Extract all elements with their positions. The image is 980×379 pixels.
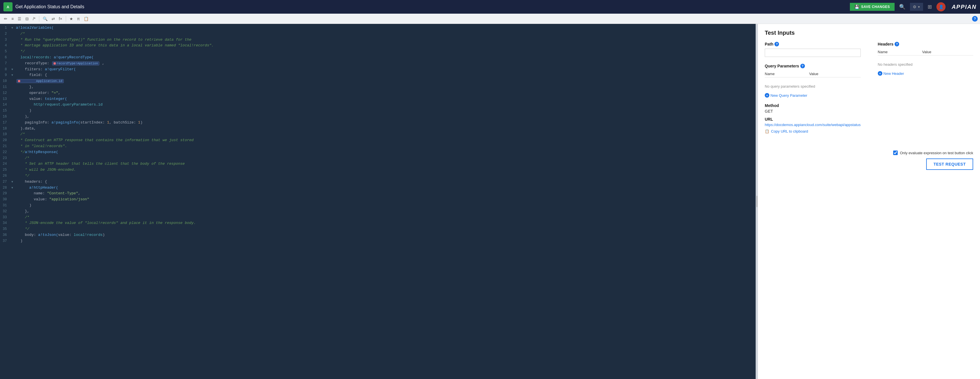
headers-empty: No headers specified [878,58,973,71]
toolbar-doc-icon[interactable]: 📋 [82,15,90,22]
code-line: 3 * Run the "queryRecordType()" function… [0,37,756,43]
toolbar-search-icon[interactable]: 🔍 [41,15,49,22]
toolbar-star-icon[interactable]: ★ [68,15,75,22]
code-line: 13 value: tointeger( [0,96,756,102]
code-line: 37 ) [0,238,756,244]
left-col: Path ? Query Parameters ? Name Value No … [765,42,861,139]
code-line: 35 */ [0,226,756,232]
add-query-param-icon: + [765,93,769,98]
add-query-param-link[interactable]: + New Query Parameter [765,93,861,98]
code-line: 5 */ [0,49,756,55]
code-line: 25 * will be JSON-encoded. [0,167,756,173]
chevron-down-icon: ▼ [918,5,921,8]
help-icon[interactable]: ? [972,16,978,22]
code-line: 17 pagingInfo: a!pagingInfo(startIndex: … [0,120,756,126]
query-params-empty: No query parameters specified [765,80,861,93]
code-line: 27▼ headers: { [0,179,756,185]
headers-value-header: Value [922,50,973,54]
add-header-link[interactable]: + New Header [878,71,973,76]
code-line: 23 /* [0,155,756,161]
code-line: 4 * mortage application ID and store thi… [0,43,756,49]
code-lines: 1▼a!localVariables(2 /*3 * Run the "quer… [0,24,756,245]
save-icon: 💾 [854,5,859,9]
header-actions: 💾 SAVE CHANGES 🔍 ⚙ ▼ ⊞ 👤 appian [850,2,977,11]
add-header-icon: + [878,71,882,76]
toolbar-swap-icon[interactable]: ⇄ [50,15,57,22]
toolbar-edit-icon[interactable]: ✏ [2,15,9,22]
toolbar: ✏ ≡ ☰ ⊟ /* 🔍 ⇄ f× ★ π 📋 ? [0,14,980,24]
method-value: GET [765,109,861,114]
code-line: 6 local!records: a!queryRecordType( [0,55,756,60]
grid-button[interactable]: ⊞ [925,3,934,11]
code-line: 28▼ a!httpHeader( [0,185,756,191]
gear-icon: ⚙ [913,5,916,9]
method-section: Method GET [765,103,861,114]
code-line: 10 Application.id [0,78,756,84]
top-header: A Get Application Status and Details 💾 S… [0,0,980,14]
code-line: 14 http!request.queryParameters.id [0,102,756,108]
code-line: 16 ), [0,114,756,120]
code-line: 20 * Construct an HTTP response that con… [0,138,756,143]
toolbar-function-icon[interactable]: f× [57,15,64,22]
path-section-title: Path ? [765,42,861,46]
code-line: 31 ) [0,203,756,209]
panel-main-row: Path ? Query Parameters ? Name Value No … [765,42,973,139]
url-label: URL [765,117,861,122]
code-line: 2 /* [0,31,756,37]
headers-name-header: Name [878,50,918,54]
path-input[interactable] [765,49,861,57]
appian-logo: appian [948,4,977,10]
page-title: Get Application Status and Details [15,4,847,10]
code-line: 21 * in "local!records". [0,143,756,149]
toolbar-pi-icon[interactable]: π [75,15,82,22]
panel-divider[interactable] [756,24,758,379]
app-logo: A [3,2,13,11]
code-line: 22 */a!httpResponse( [0,149,756,155]
code-line: 29 name: "Content-Type", [0,190,756,197]
main-content: 1▼a!localVariables(2 /*3 * Run the "quer… [0,24,980,379]
copy-url-link[interactable]: 📋 Copy URL to clipboard [765,129,861,133]
query-params-name-header: Name [765,72,805,76]
toolbar-comment-icon[interactable]: /* [31,15,37,22]
headers-section-title: Headers ? [878,42,973,46]
code-line: 19 /* [0,132,756,138]
divider-handle [757,196,757,207]
code-line: 32 }, [0,209,756,214]
query-params-table-header: Name Value [765,71,861,78]
test-request-button[interactable]: TEST REQUEST [926,159,973,170]
checkbox-row: Only evaluate expression on test button … [765,151,973,155]
code-line: 15 ) [0,108,756,114]
search-button[interactable]: 🔍 [897,3,908,11]
save-changes-button[interactable]: 💾 SAVE CHANGES [850,3,894,11]
code-line: 36 body: a!toJson(value: local!records) [0,232,756,238]
code-line: 26 */ [0,173,756,179]
toolbar-align-icon[interactable]: ≡ [10,15,15,22]
code-editor[interactable]: 1▼a!localVariables(2 /*3 * Run the "quer… [0,24,756,379]
query-params-section-title: Query Parameters ? [765,64,861,68]
code-line: 34 * JSON-encode the value of "local!rec… [0,220,756,226]
code-line: 1▼a!localVariables( [0,25,756,31]
clipboard-icon: 📋 [765,129,769,133]
toolbar-list-icon[interactable]: ☰ [16,15,23,22]
bottom-actions: Only evaluate expression on test button … [765,151,973,155]
avatar[interactable]: 👤 [936,2,945,11]
settings-button[interactable]: ⚙ ▼ [910,3,923,11]
code-line: 24 * Set an HTTP header that tells the c… [0,161,756,167]
svg-text:A: A [6,5,10,9]
eval-checkbox-label: Only evaluate expression on test button … [900,151,973,155]
method-label: Method [765,103,861,108]
search-icon: 🔍 [899,4,905,10]
query-params-help-icon[interactable]: ? [800,64,805,68]
headers-help-icon[interactable]: ? [894,42,899,46]
code-line: 30 value: "application/json" [0,197,756,203]
headers-table-header: Name Value [878,49,973,56]
eval-checkbox[interactable] [893,151,898,155]
toolbar-columns-icon[interactable]: ⊟ [24,15,30,22]
url-value[interactable]: https://docdemos.appiancloud.com/suite/w… [765,123,861,127]
toolbar-separator-2 [66,16,66,22]
code-line: 11 }, [0,84,756,90]
grid-icon: ⊞ [928,4,932,10]
path-help-icon[interactable]: ? [775,42,779,46]
code-line: 33 /* [0,214,756,220]
code-line: 8▼ filters: a!queryFilter( [0,67,756,73]
